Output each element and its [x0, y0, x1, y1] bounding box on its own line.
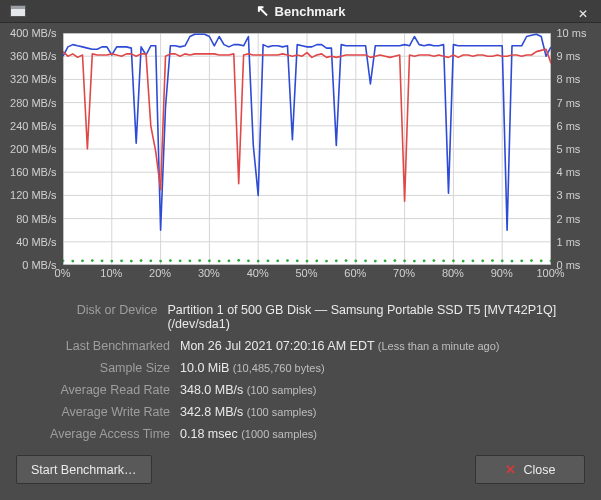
- svg-point-43: [256, 260, 259, 263]
- svg-point-54: [364, 259, 367, 262]
- y-right-tick: 8 ms: [557, 73, 581, 85]
- start-benchmark-button[interactable]: Start Benchmark…: [16, 455, 152, 484]
- svg-point-42: [247, 259, 250, 262]
- svg-point-48: [305, 260, 308, 263]
- svg-point-36: [188, 259, 191, 262]
- svg-point-46: [286, 259, 289, 262]
- svg-point-72: [539, 259, 542, 262]
- svg-point-26: [90, 259, 93, 262]
- svg-point-49: [315, 259, 318, 262]
- y-axis-right: 0 ms1 ms2 ms3 ms4 ms5 ms6 ms7 ms8 ms9 ms…: [553, 33, 591, 265]
- svg-point-45: [276, 259, 279, 262]
- cursor-icon: ↖: [256, 3, 269, 19]
- svg-point-68: [500, 259, 503, 262]
- y-right-tick: 3 ms: [557, 189, 581, 201]
- window-title-wrap: ↖ Benchmark: [0, 3, 601, 19]
- window-close-button[interactable]: ✕: [575, 6, 591, 22]
- svg-point-27: [100, 259, 103, 262]
- svg-point-47: [295, 259, 298, 262]
- svg-point-51: [334, 259, 337, 262]
- y-left-tick: 160 MB/s: [10, 166, 56, 178]
- svg-point-65: [471, 259, 474, 262]
- svg-point-58: [403, 259, 406, 262]
- svg-point-31: [139, 259, 142, 262]
- value-last: Mon 26 Jul 2021 07:20:16 AM EDT (Less th…: [180, 339, 500, 353]
- x-tick: 70%: [393, 267, 415, 279]
- svg-point-33: [159, 260, 162, 263]
- y-left-tick: 120 MB/s: [10, 189, 56, 201]
- content: 0 MB/s40 MB/s80 MB/s120 MB/s160 MB/s200 …: [0, 23, 601, 500]
- close-icon: ✕: [578, 7, 588, 21]
- x-axis: 0%10%20%30%40%50%60%70%80%90%100%: [63, 267, 551, 283]
- svg-point-69: [510, 260, 513, 263]
- window-title: Benchmark: [275, 4, 346, 19]
- y-right-tick: 9 ms: [557, 50, 581, 62]
- svg-point-53: [354, 259, 357, 262]
- svg-point-67: [491, 259, 494, 262]
- y-left-tick: 240 MB/s: [10, 120, 56, 132]
- label-sample: Sample Size: [16, 361, 180, 375]
- chart-svg: [63, 33, 551, 265]
- x-tick: 10%: [100, 267, 122, 279]
- titlebar[interactable]: ↖ Benchmark ✕: [0, 0, 601, 23]
- label-device: Disk or Device: [16, 303, 167, 317]
- svg-point-40: [227, 259, 230, 262]
- svg-point-24: [71, 260, 74, 263]
- value-device: Partition 1 of 500 GB Disk — Samsung Por…: [167, 303, 585, 331]
- y-right-tick: 2 ms: [557, 213, 581, 225]
- svg-point-56: [383, 259, 386, 262]
- x-tick: 20%: [149, 267, 171, 279]
- x-tick: 100%: [536, 267, 564, 279]
- svg-point-52: [344, 259, 347, 262]
- svg-point-25: [81, 259, 84, 262]
- label-write: Average Write Rate: [16, 405, 180, 419]
- svg-point-71: [530, 259, 533, 262]
- benchmark-window: ↖ Benchmark ✕ 0 MB/s40 MB/s80 MB/s120 MB…: [0, 0, 601, 500]
- svg-point-55: [373, 260, 376, 263]
- y-right-tick: 1 ms: [557, 236, 581, 248]
- x-tick: 80%: [442, 267, 464, 279]
- y-left-tick: 360 MB/s: [10, 50, 56, 62]
- svg-point-35: [178, 259, 181, 262]
- y-right-tick: 4 ms: [557, 166, 581, 178]
- y-right-tick: 5 ms: [557, 143, 581, 155]
- label-access: Average Access Time: [16, 427, 180, 441]
- y-left-tick: 400 MB/s: [10, 27, 56, 39]
- x-tick: 90%: [491, 267, 513, 279]
- svg-point-62: [442, 259, 445, 262]
- x-tick: 0%: [55, 267, 71, 279]
- y-right-tick: 6 ms: [557, 120, 581, 132]
- label-read: Average Read Rate: [16, 383, 180, 397]
- close-button-label: Close: [524, 463, 556, 477]
- svg-point-41: [237, 259, 240, 262]
- svg-point-30: [129, 260, 132, 263]
- value-read: 348.0 MB/s (100 samples): [180, 383, 316, 397]
- row-write-rate: Average Write Rate 342.8 MB/s (100 sampl…: [16, 405, 585, 419]
- y-right-tick: 10 ms: [557, 27, 587, 39]
- close-button[interactable]: ✕ Close: [475, 455, 585, 484]
- y-left-tick: 40 MB/s: [16, 236, 56, 248]
- x-tick: 30%: [198, 267, 220, 279]
- svg-point-28: [110, 260, 113, 263]
- svg-point-44: [266, 259, 269, 262]
- y-left-tick: 320 MB/s: [10, 73, 56, 85]
- y-left-tick: 200 MB/s: [10, 143, 56, 155]
- row-sample-size: Sample Size 10.0 MiB (10,485,760 bytes): [16, 361, 585, 375]
- svg-point-70: [520, 259, 523, 262]
- value-sample: 10.0 MiB (10,485,760 bytes): [180, 361, 325, 375]
- svg-point-57: [393, 259, 396, 262]
- svg-point-66: [481, 259, 484, 262]
- button-bar: Start Benchmark… ✕ Close: [10, 449, 591, 490]
- svg-point-23: [63, 259, 64, 262]
- value-access: 0.18 msec (1000 samples): [180, 427, 317, 441]
- y-left-tick: 280 MB/s: [10, 97, 56, 109]
- svg-point-39: [217, 260, 220, 263]
- svg-point-63: [452, 259, 455, 262]
- disk-utility-icon: [10, 5, 26, 17]
- close-x-icon: ✕: [505, 462, 516, 477]
- row-access-time: Average Access Time 0.18 msec (1000 samp…: [16, 427, 585, 441]
- chart: 0 MB/s40 MB/s80 MB/s120 MB/s160 MB/s200 …: [11, 33, 591, 283]
- svg-point-37: [198, 259, 201, 262]
- svg-point-38: [208, 259, 211, 262]
- y-left-tick: 80 MB/s: [16, 213, 56, 225]
